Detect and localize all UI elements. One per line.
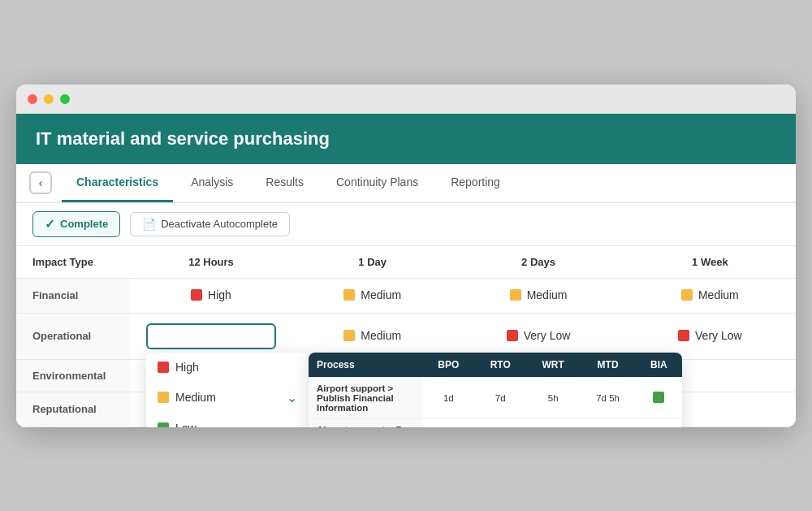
toolbar: ✓ Complete 📄 Deactivate Autocomplete — [16, 203, 796, 246]
tab-reporting[interactable]: Reporting — [436, 164, 515, 202]
level-dropdown-input[interactable] — [146, 323, 276, 349]
level-indicator — [343, 330, 355, 341]
bia-value — [636, 418, 682, 427]
high-color-indicator — [158, 362, 169, 373]
bpo-value: 1d — [422, 418, 475, 427]
process-col-header: Process — [309, 353, 422, 378]
dropdown-wrapper: High Medium ⌄ — [146, 323, 276, 349]
level-indicator — [510, 289, 521, 301]
tab-continuity-plans[interactable]: Continuity Plans — [322, 164, 433, 202]
process-table-wrapper: Process BPO RTO WRT MTD BIA — [309, 353, 682, 427]
process-row: Airport support > Publish Financial Info… — [309, 377, 682, 418]
close-icon[interactable] — [28, 94, 37, 104]
mtd-value: 2d6h — [580, 418, 635, 427]
dropdown-item-medium[interactable]: Medium ⌄ — [146, 382, 309, 414]
col-header-1d: 1 Day — [292, 246, 452, 279]
dropdown-item-label: High — [175, 361, 199, 374]
mtd-value: 7d 5h — [580, 377, 635, 418]
level-indicator — [191, 289, 202, 301]
wrt-value: 5h — [526, 377, 580, 418]
level-indicator — [678, 330, 689, 341]
row-label-reputational: Reputational — [16, 392, 130, 427]
process-name: Airport support > Publish Financial Info… — [309, 377, 422, 418]
rto-value: 7d — [475, 377, 526, 418]
impact-table: Impact Type 12 Hours 1 Day 2 Days 1 Week… — [16, 246, 796, 427]
rto-value: 2d — [475, 418, 526, 427]
process-table: Process BPO RTO WRT MTD BIA — [309, 353, 682, 427]
rto-col-header: RTO — [475, 353, 526, 378]
level-indicator — [507, 330, 518, 341]
titlebar — [16, 84, 796, 114]
tab-characteristics[interactable]: Characteristics — [62, 164, 173, 202]
dropdown-item-low[interactable]: Low — [146, 414, 309, 427]
back-button[interactable]: ‹ — [29, 171, 52, 194]
bia-value — [636, 377, 682, 418]
low-color-indicator — [158, 422, 169, 427]
level-text: Very Low — [695, 329, 742, 342]
minimize-icon[interactable] — [44, 94, 54, 104]
process-row: Airport support > Pay Taxes and Taxes 1d… — [309, 418, 682, 427]
dropdown-menu: High Medium ⌄ — [146, 353, 309, 427]
level-text: Medium — [361, 329, 401, 342]
selected-check-icon: ⌄ — [287, 390, 297, 405]
cell-financial-12h: High — [130, 278, 292, 313]
row-label-financial: Financial — [16, 278, 130, 313]
bia-indicator — [653, 392, 664, 403]
dropdown-item-high[interactable]: High — [146, 353, 309, 382]
level-text: High — [208, 288, 231, 301]
dropdown-item-label: Low — [175, 422, 197, 427]
document-icon: 📄 — [142, 218, 156, 231]
dropdown-item-label: Medium — [175, 391, 216, 404]
cell-financial-1w: Medium — [624, 278, 796, 313]
app-header: IT material and service purchasing — [16, 114, 796, 164]
bpo-col-header: BPO — [422, 353, 475, 378]
mtd-col-header: MTD — [580, 353, 635, 378]
col-header-2d: 2 Days — [452, 246, 624, 279]
bia-col-header: BIA — [636, 353, 682, 378]
content-area: Impact Type 12 Hours 1 Day 2 Days 1 Week… — [16, 246, 796, 427]
row-label-environmental: Environmental — [16, 359, 130, 392]
process-name: Airport support > Pay Taxes and Taxes — [309, 418, 422, 427]
row-label-operational: Operational — [16, 313, 130, 359]
deactivate-autocomplete-button[interactable]: 📄 Deactivate Autocomplete — [130, 212, 290, 236]
bpo-value: 1d — [422, 377, 475, 418]
table-row: Financial High Medium — [16, 278, 796, 313]
col-header-12h: 12 Hours — [130, 246, 292, 279]
tab-results[interactable]: Results — [251, 164, 318, 202]
level-text: Medium — [361, 288, 401, 301]
col-header-1w: 1 Week — [624, 246, 796, 279]
wrt-value: 6h — [526, 418, 580, 427]
maximize-icon[interactable] — [60, 94, 70, 104]
main-window: IT material and service purchasing ‹ Cha… — [16, 84, 796, 427]
cell-operational-12h[interactable]: High Medium ⌄ — [130, 313, 292, 359]
tab-analysis[interactable]: Analysis — [176, 164, 248, 202]
level-text: Medium — [698, 288, 739, 301]
level-indicator — [343, 289, 355, 301]
cell-financial-2d: Medium — [452, 278, 624, 313]
level-text: Medium — [527, 288, 568, 301]
medium-color-indicator — [158, 392, 169, 403]
check-icon: ✓ — [45, 217, 55, 232]
wrt-col-header: WRT — [526, 353, 580, 378]
page-title: IT material and service purchasing — [36, 128, 776, 149]
complete-button[interactable]: ✓ Complete — [32, 211, 120, 237]
table-row: Operational High — [16, 313, 796, 359]
level-indicator — [681, 289, 693, 301]
tabs-bar: ‹ Characteristics Analysis Results Conti… — [16, 164, 796, 203]
level-text: Very Low — [524, 329, 571, 342]
cell-financial-1d: Medium — [292, 278, 452, 313]
col-header-impact-type: Impact Type — [16, 246, 130, 279]
